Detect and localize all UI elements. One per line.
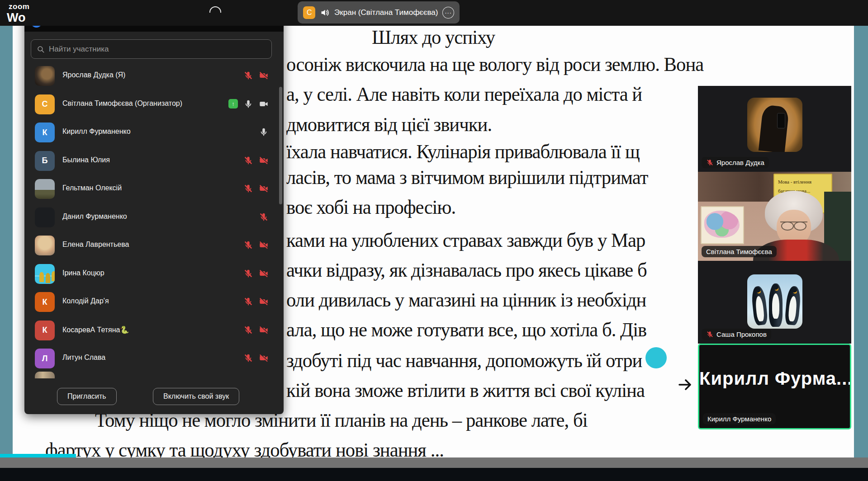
mic-muted-icon	[243, 240, 253, 250]
document-line: а, у селі. Але навіть коли переїхала до …	[286, 83, 642, 106]
participant-av-status	[243, 297, 269, 307]
document-title: Шлях до успіху	[372, 26, 495, 49]
participant-row[interactable]: ЛЛитун Слава	[24, 344, 284, 373]
participant-name: Былина Юлия	[62, 156, 110, 164]
toolbar-icon-fragment	[209, 6, 221, 13]
camera-off-icon	[259, 297, 269, 307]
participant-avatar: Л	[35, 349, 55, 368]
participant-name: Ярослав Дудка (Я)	[62, 71, 125, 79]
participant-row[interactable]: Данил Фурманенко	[24, 203, 284, 231]
camera-off-icon	[259, 269, 269, 278]
participant-av-status	[259, 212, 269, 222]
participant-list: Ярослав Дудка (Я)ССвітлана Тимофєєва (Ор…	[24, 62, 284, 376]
horizontal-scrollbar[interactable]	[0, 457, 868, 468]
mic-icon	[243, 99, 253, 109]
participant-av-status	[259, 127, 269, 137]
search-participant-input[interactable]: Найти участника	[31, 39, 272, 59]
annotation-cyan-line	[0, 454, 76, 457]
participant-row[interactable]: ББылина Юлия	[24, 147, 284, 175]
mic-muted-icon	[243, 156, 253, 165]
document-line: фартух у сумку та щодуху здобувати нові …	[45, 439, 444, 457]
participant-name: Данил Фурманенко	[62, 212, 127, 221]
document-line: дмовитися від цієї звички.	[286, 113, 492, 136]
participant-avatar: К	[35, 321, 55, 340]
partially-visible-avatar	[35, 372, 55, 378]
participant-av-status	[243, 71, 269, 80]
participant-row[interactable]: ССвітлана Тимофєєва (Организатор)↑	[24, 90, 284, 118]
video-strip: Ярослав Дудка Світлана Тимофєєва Саша Пр…	[698, 86, 851, 429]
document-line: кій вона зможе втілити в життя всі свої …	[286, 379, 645, 402]
mic-muted-icon	[243, 353, 253, 363]
participant-av-status: ↑	[228, 99, 269, 109]
video-tile-sasha[interactable]: Саша Прокопов	[698, 261, 851, 344]
participant-name: Елена Лаврентьева	[62, 240, 129, 249]
panel-scrollbar-thumb[interactable]	[279, 87, 282, 204]
annotation-cursor-dot	[645, 347, 667, 368]
camera-off-icon	[259, 184, 269, 193]
penguins-avatar	[747, 274, 802, 329]
participant-row[interactable]: Елена Лаврентьева	[24, 231, 284, 259]
participant-avatar	[35, 236, 55, 255]
mic-muted-icon	[259, 212, 269, 222]
video-tile-svitlana[interactable]: Світлана Тимофєєва	[698, 172, 851, 261]
participant-display-name: Кирилл Фурма...	[699, 368, 850, 389]
participant-avatar: К	[35, 123, 55, 142]
participant-avatar: К	[35, 292, 55, 312]
window-edge-right	[854, 26, 868, 457]
zoom-app-titlebar: zoom Wo C Экран (Світлана Тимофєєва) ...	[0, 0, 868, 26]
document-line: здобуті під час навчання, допоможуть їй …	[286, 349, 642, 372]
participant-name: Світлана Тимофєєва (Организатор)	[62, 99, 182, 108]
participant-avatar	[35, 179, 55, 199]
participant-avatar: С	[35, 94, 55, 114]
window-edge-left	[0, 26, 13, 457]
shared-screen-pill[interactable]: C Экран (Світлана Тимофєєва) ...	[298, 1, 460, 24]
participant-row[interactable]: ККолодій Дар'я	[24, 288, 284, 316]
search-placeholder: Найти участника	[49, 45, 109, 54]
avatar	[747, 98, 802, 152]
participant-name: Литун Слава	[62, 354, 105, 362]
participant-row[interactable]: ККирилл Фурманенко	[24, 118, 284, 146]
document-line: ласів, то мама з вітчимом вирішили підтр…	[286, 166, 648, 189]
shared-screen-label: Экран (Світлана Тимофєєва)	[334, 8, 438, 17]
participant-av-status	[243, 156, 269, 165]
screen-sharing-badge: ↑	[228, 99, 238, 108]
video-tile-yaroslav[interactable]: Ярослав Дудка	[698, 86, 851, 172]
participant-av-status	[243, 269, 269, 278]
mic-muted-icon	[243, 297, 253, 307]
participant-row[interactable]: Ярослав Дудка (Я)	[24, 62, 284, 90]
participant-row[interactable]: ККосаревА Тетяна🐍	[24, 316, 284, 344]
participant-name: Кирилл Фурманенко	[62, 127, 131, 136]
participant-name: Ірина Коцюр	[62, 269, 104, 277]
camera-off-icon	[259, 71, 269, 80]
video-name-label: Кирилл Фурманенко	[703, 413, 776, 424]
participant-row[interactable]: Гельтман Олексій	[24, 175, 284, 203]
camera-off-icon	[259, 353, 269, 363]
video-tile-kirill-active-speaker[interactable]: Кирилл Фурма... Кирилл Фурманенко	[698, 344, 851, 429]
participant-avatar	[35, 66, 55, 86]
unmute-my-audio-button[interactable]: Включить свой звук	[153, 388, 239, 405]
participant-avatar	[35, 264, 55, 284]
mic-icon	[259, 127, 269, 137]
participant-av-status	[243, 353, 269, 363]
zoom-logo: zoom	[9, 2, 29, 11]
zoom-workplace-logo: Wo	[7, 11, 26, 25]
mic-muted-icon	[243, 269, 253, 278]
participant-row[interactable]: Ірина Коцюр	[24, 260, 284, 288]
participant-av-status	[243, 240, 269, 250]
participant-name: Гельтман Олексій	[62, 184, 122, 192]
document-line: оли дивилась у магазині на цінник із нео…	[286, 288, 646, 311]
video-name-label: Ярослав Дудка	[702, 157, 769, 168]
participant-name: КосаревА Тетяна🐍	[62, 325, 129, 334]
participant-avatar: Б	[35, 151, 55, 171]
speaker-icon	[320, 8, 330, 18]
arrow-cursor-icon	[678, 377, 696, 394]
video-name-label: Світлана Тимофєєва	[702, 246, 777, 257]
map-poster	[701, 206, 744, 244]
more-options-icon[interactable]: ...	[442, 7, 454, 19]
camera-off-icon	[259, 240, 269, 250]
mic-muted-icon	[706, 330, 714, 338]
search-icon	[37, 45, 45, 53]
invite-button[interactable]: Пригласить	[57, 388, 117, 405]
document-line: ачки відразу, як дізнавалась про якесь ц…	[286, 259, 647, 282]
participant-av-status	[243, 184, 269, 193]
